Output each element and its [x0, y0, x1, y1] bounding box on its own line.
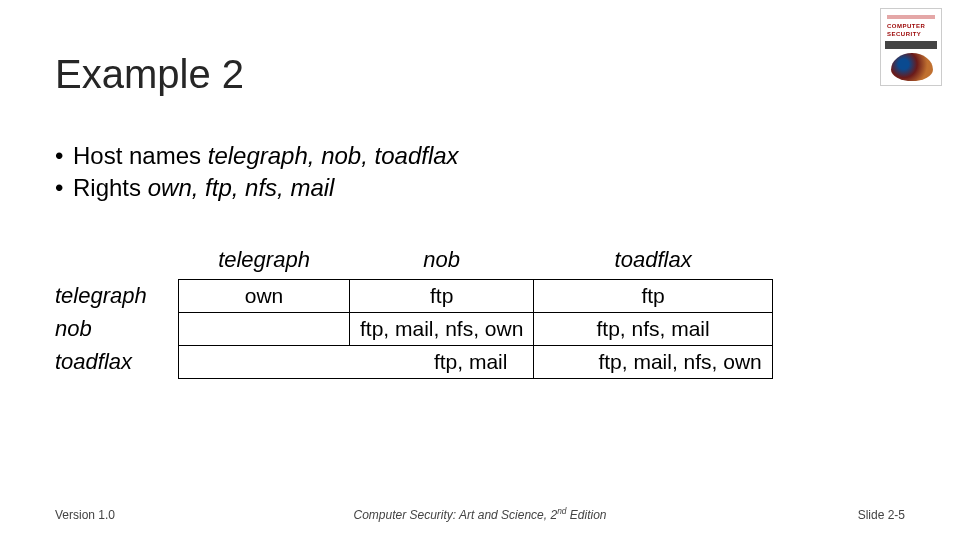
col-header: telegraph	[179, 245, 350, 280]
cell-spanned: ftp, mail	[179, 346, 534, 379]
thumb-line2: SECURITY	[887, 31, 935, 37]
bullet-italic: own, ftp, nfs, mail	[148, 174, 335, 201]
table-row: nob ftp, mail, nfs, own ftp, nfs, mail	[55, 313, 772, 346]
matrix-table: telegraph nob toadflax telegraph own ftp…	[55, 245, 773, 379]
cell: ftp, mail, nfs, own	[350, 313, 534, 346]
slide-title: Example 2	[55, 52, 244, 97]
cell: own	[179, 280, 350, 313]
cell: ftp	[534, 280, 772, 313]
cell: ftp	[350, 280, 534, 313]
cell	[179, 313, 350, 346]
col-header: nob	[350, 245, 534, 280]
access-matrix: telegraph nob toadflax telegraph own ftp…	[55, 245, 773, 379]
bullet-dot: •	[55, 140, 73, 172]
thumb-line1: COMPUTER	[887, 23, 935, 29]
bullet-item: • Rights own, ftp, nfs, mail	[55, 172, 459, 204]
bullet-text: Host names	[73, 142, 208, 169]
bullet-list: • Host names telegraph, nob, toadflax • …	[55, 140, 459, 205]
cell: ftp, mail, nfs, own	[534, 346, 772, 379]
table-row: telegraph own ftp ftp	[55, 280, 772, 313]
bullet-item: • Host names telegraph, nob, toadflax	[55, 140, 459, 172]
thumb-decor-band	[885, 41, 937, 49]
thumb-decor-bar	[887, 15, 935, 19]
table-row: toadflax ftp, mail ftp, mail, nfs, own	[55, 346, 772, 379]
slide-number: Slide 2-5	[858, 508, 905, 522]
corner-blank	[55, 245, 179, 280]
col-header: toadflax	[534, 245, 772, 280]
row-header: telegraph	[55, 280, 179, 313]
bullet-text: Rights	[73, 174, 148, 201]
book-cover-thumbnail: COMPUTER SECURITY	[880, 8, 942, 86]
footer-book-title-post: Edition	[566, 508, 606, 522]
bullet-dot: •	[55, 172, 73, 204]
row-header: nob	[55, 313, 179, 346]
cell: ftp, nfs, mail	[534, 313, 772, 346]
footer-book-title-pre: Computer Security: Art and Science, 2	[353, 508, 557, 522]
slide: COMPUTER SECURITY Example 2 • Host names…	[0, 0, 960, 540]
row-header: toadflax	[55, 346, 179, 379]
footer-center: Computer Security: Art and Science, 2nd …	[0, 506, 960, 522]
bullet-italic: telegraph, nob, toadflax	[208, 142, 459, 169]
butterfly-icon	[891, 53, 933, 81]
table-header-row: telegraph nob toadflax	[55, 245, 772, 280]
